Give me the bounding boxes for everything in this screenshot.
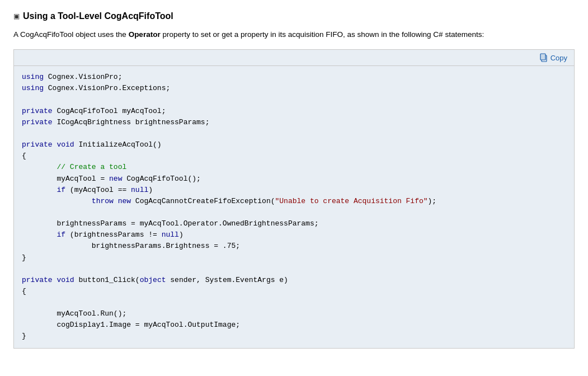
- svg-rect-1: [540, 54, 545, 60]
- section-description: A CogAcqFifoTool object uses the Operato…: [13, 29, 575, 40]
- code-container: Copy using Cognex.VisionPro; using Cogne…: [13, 49, 575, 348]
- copy-icon: [539, 53, 548, 62]
- section-title: Using a Tool-Level CogAcqFifoTool: [23, 11, 173, 21]
- code-line: throw new CogAcqCannotCreateFifoExceptio…: [22, 197, 436, 205]
- code-line: using Cognex.VisionPro;: [22, 73, 122, 81]
- code-line: {: [22, 152, 26, 160]
- section-wrapper: ▣ Using a Tool-Level CogAcqFifoTool A Co…: [13, 11, 575, 349]
- collapse-icon[interactable]: ▣: [13, 12, 20, 20]
- code-line: myAcqTool.Run();: [22, 309, 126, 318]
- code-line: {: [22, 287, 26, 295]
- copy-button[interactable]: Copy: [537, 52, 570, 63]
- section-header: ▣ Using a Tool-Level CogAcqFifoTool: [13, 11, 575, 21]
- operator-keyword: Operator: [129, 30, 161, 39]
- code-line: }: [22, 253, 26, 262]
- copy-label: Copy: [551, 54, 567, 62]
- description-text-after: property to set or get a property in its…: [161, 30, 484, 39]
- code-line: private void InitializeAcqTool(): [22, 140, 162, 149]
- code-line: cogDisplay1.Image = myAcqTool.OutputImag…: [22, 321, 240, 329]
- description-text-before: A CogAcqFifoTool object uses the: [13, 30, 129, 39]
- code-line: if (brightnessParams != null): [22, 231, 184, 239]
- code-block: using Cognex.VisionPro; using Cognex.Vis…: [14, 66, 574, 347]
- code-line: private void button1_Click(object sender…: [22, 276, 288, 284]
- code-line: myAcqTool = new CogAcqFifoTool();: [22, 175, 201, 183]
- code-line: private ICogAcqBrightness brightnessPara…: [22, 118, 209, 126]
- code-line: using Cognex.VisionPro.Exceptions;: [22, 84, 170, 92]
- code-line: private CogAcqFifoTool myAcqTool;: [22, 107, 166, 115]
- code-line: // Create a tool: [22, 163, 126, 171]
- copy-bar: Copy: [14, 50, 574, 66]
- code-line: }: [22, 332, 26, 340]
- code-line: brightnessParams = myAcqTool.Operator.Ow…: [22, 219, 319, 228]
- code-line: if (myAcqTool == null): [22, 186, 153, 194]
- code-line: brightnessParams.Brightness = .75;: [22, 242, 240, 250]
